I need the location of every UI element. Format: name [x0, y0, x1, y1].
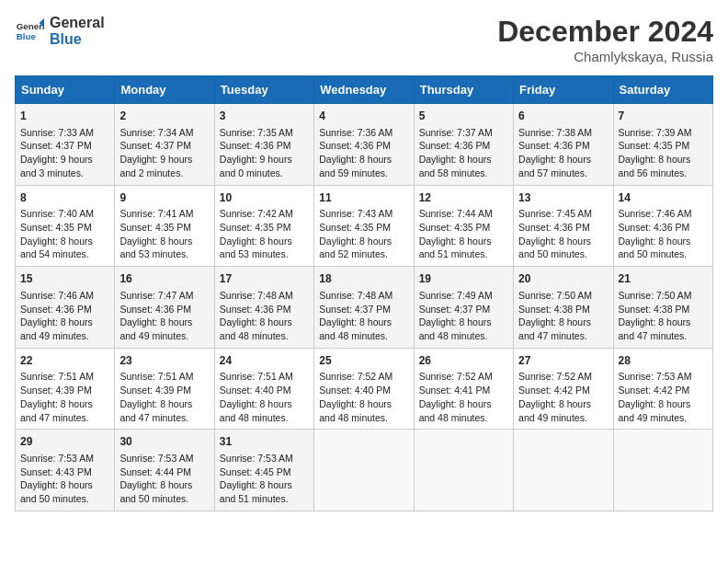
weekday-header: Saturday	[613, 76, 712, 104]
day-number: 6	[518, 109, 608, 124]
calendar-cell: 19Sunrise: 7:49 AMSunset: 4:37 PMDayligh…	[414, 267, 513, 349]
calendar-cell: 24Sunrise: 7:51 AMSunset: 4:40 PMDayligh…	[214, 348, 313, 430]
calendar-cell: 14Sunrise: 7:46 AMSunset: 4:36 PMDayligh…	[613, 185, 712, 267]
day-number: 13	[518, 190, 608, 206]
logo-general: General	[50, 15, 105, 31]
svg-text:Blue: Blue	[17, 30, 37, 40]
day-number: 5	[419, 109, 508, 124]
day-number: 29	[20, 434, 109, 450]
day-info: Sunrise: 7:45 AMSunset: 4:36 PMDaylight:…	[518, 207, 608, 261]
day-info: Sunrise: 7:41 AMSunset: 4:35 PMDaylight:…	[119, 207, 209, 261]
calendar-week-row: 15Sunrise: 7:46 AMSunset: 4:36 PMDayligh…	[16, 267, 713, 349]
day-number: 14	[619, 190, 708, 206]
day-number: 24	[220, 353, 309, 369]
day-number: 1	[20, 109, 109, 124]
day-number: 12	[419, 190, 508, 206]
day-info: Sunrise: 7:43 AMSunset: 4:35 PMDaylight:…	[319, 207, 408, 261]
day-number: 20	[518, 271, 608, 287]
day-info: Sunrise: 7:35 AMSunset: 4:36 PMDaylight:…	[220, 126, 309, 180]
calendar-cell: 25Sunrise: 7:52 AMSunset: 4:40 PMDayligh…	[314, 348, 414, 430]
calendar-cell: 8Sunrise: 7:40 AMSunset: 4:35 PMDaylight…	[16, 185, 115, 267]
calendar-cell: 4Sunrise: 7:36 AMSunset: 4:36 PMDaylight…	[314, 104, 414, 186]
calendar-cell: 17Sunrise: 7:48 AMSunset: 4:36 PMDayligh…	[214, 267, 313, 349]
day-number: 2	[119, 109, 209, 124]
calendar-week-row: 8Sunrise: 7:40 AMSunset: 4:35 PMDaylight…	[16, 185, 713, 267]
weekday-header: Sunday	[16, 76, 115, 104]
calendar-week-row: 22Sunrise: 7:51 AMSunset: 4:39 PMDayligh…	[16, 348, 713, 430]
day-info: Sunrise: 7:42 AMSunset: 4:35 PMDaylight:…	[220, 207, 309, 261]
calendar-cell: 1Sunrise: 7:33 AMSunset: 4:37 PMDaylight…	[16, 104, 115, 186]
calendar-cell: 16Sunrise: 7:47 AMSunset: 4:36 PMDayligh…	[115, 267, 214, 349]
weekday-header: Wednesday	[314, 76, 414, 104]
day-number: 25	[319, 353, 408, 369]
day-info: Sunrise: 7:52 AMSunset: 4:40 PMDaylight:…	[319, 370, 408, 424]
day-info: Sunrise: 7:33 AMSunset: 4:37 PMDaylight:…	[20, 126, 109, 180]
calendar-cell: 20Sunrise: 7:50 AMSunset: 4:38 PMDayligh…	[514, 267, 613, 349]
calendar-table: SundayMondayTuesdayWednesdayThursdayFrid…	[15, 75, 713, 511]
day-number: 22	[20, 353, 109, 369]
day-info: Sunrise: 7:51 AMSunset: 4:39 PMDaylight:…	[119, 370, 209, 424]
weekday-header: Tuesday	[214, 76, 313, 104]
calendar-cell: 7Sunrise: 7:39 AMSunset: 4:35 PMDaylight…	[613, 104, 712, 186]
calendar-cell: 28Sunrise: 7:53 AMSunset: 4:42 PMDayligh…	[613, 348, 712, 430]
day-info: Sunrise: 7:44 AMSunset: 4:35 PMDaylight:…	[419, 207, 508, 261]
day-number: 21	[619, 271, 708, 287]
day-info: Sunrise: 7:53 AMSunset: 4:44 PMDaylight:…	[119, 452, 209, 506]
calendar-cell: 23Sunrise: 7:51 AMSunset: 4:39 PMDayligh…	[115, 348, 214, 430]
day-number: 16	[119, 271, 209, 287]
calendar-cell	[414, 430, 513, 511]
calendar-cell: 31Sunrise: 7:53 AMSunset: 4:45 PMDayligh…	[214, 430, 313, 511]
day-info: Sunrise: 7:34 AMSunset: 4:37 PMDaylight:…	[119, 126, 209, 180]
day-info: Sunrise: 7:46 AMSunset: 4:36 PMDaylight:…	[619, 207, 708, 261]
calendar-cell: 29Sunrise: 7:53 AMSunset: 4:43 PMDayligh…	[16, 430, 115, 511]
day-number: 15	[20, 271, 109, 287]
day-number: 18	[319, 271, 408, 287]
day-info: Sunrise: 7:48 AMSunset: 4:36 PMDaylight:…	[220, 289, 309, 343]
day-info: Sunrise: 7:36 AMSunset: 4:36 PMDaylight:…	[319, 126, 408, 180]
day-number: 23	[119, 353, 209, 369]
day-number: 4	[319, 109, 408, 124]
day-info: Sunrise: 7:51 AMSunset: 4:39 PMDaylight:…	[20, 370, 109, 424]
day-number: 27	[518, 353, 608, 369]
day-number: 19	[419, 271, 508, 287]
calendar-cell	[514, 430, 613, 511]
day-info: Sunrise: 7:48 AMSunset: 4:37 PMDaylight:…	[319, 289, 408, 343]
day-info: Sunrise: 7:40 AMSunset: 4:35 PMDaylight:…	[20, 207, 109, 261]
day-number: 3	[220, 109, 309, 124]
month-title: December 2024	[497, 15, 713, 49]
calendar-cell: 3Sunrise: 7:35 AMSunset: 4:36 PMDaylight…	[214, 104, 313, 186]
calendar-cell: 27Sunrise: 7:52 AMSunset: 4:42 PMDayligh…	[514, 348, 613, 430]
logo-icon: General Blue	[15, 17, 44, 46]
day-info: Sunrise: 7:39 AMSunset: 4:35 PMDaylight:…	[619, 126, 708, 180]
calendar-cell: 15Sunrise: 7:46 AMSunset: 4:36 PMDayligh…	[16, 267, 115, 349]
day-number: 30	[119, 434, 209, 450]
day-info: Sunrise: 7:53 AMSunset: 4:42 PMDaylight:…	[619, 370, 708, 424]
calendar-cell: 2Sunrise: 7:34 AMSunset: 4:37 PMDaylight…	[115, 104, 214, 186]
calendar-cell: 12Sunrise: 7:44 AMSunset: 4:35 PMDayligh…	[414, 185, 513, 267]
calendar-week-row: 1Sunrise: 7:33 AMSunset: 4:37 PMDaylight…	[16, 104, 713, 186]
day-info: Sunrise: 7:38 AMSunset: 4:36 PMDaylight:…	[518, 126, 608, 180]
calendar-cell: 10Sunrise: 7:42 AMSunset: 4:35 PMDayligh…	[214, 185, 313, 267]
calendar-cell: 9Sunrise: 7:41 AMSunset: 4:35 PMDaylight…	[115, 185, 214, 267]
calendar-cell	[314, 430, 414, 511]
calendar-cell: 11Sunrise: 7:43 AMSunset: 4:35 PMDayligh…	[314, 185, 414, 267]
page-header: General Blue General Blue December 2024 …	[15, 15, 713, 64]
day-number: 26	[419, 353, 508, 369]
calendar-cell: 30Sunrise: 7:53 AMSunset: 4:44 PMDayligh…	[115, 430, 214, 511]
day-info: Sunrise: 7:52 AMSunset: 4:41 PMDaylight:…	[419, 370, 508, 424]
calendar-cell: 13Sunrise: 7:45 AMSunset: 4:36 PMDayligh…	[514, 185, 613, 267]
day-number: 8	[20, 190, 109, 206]
location: Chamlykskaya, Russia	[497, 49, 713, 64]
calendar-cell: 18Sunrise: 7:48 AMSunset: 4:37 PMDayligh…	[314, 267, 414, 349]
title-block: December 2024 Chamlykskaya, Russia	[497, 15, 713, 64]
day-number: 10	[220, 190, 309, 206]
weekday-header: Friday	[514, 76, 613, 104]
calendar-cell: 21Sunrise: 7:50 AMSunset: 4:38 PMDayligh…	[613, 267, 712, 349]
day-info: Sunrise: 7:50 AMSunset: 4:38 PMDaylight:…	[619, 289, 708, 343]
day-number: 7	[619, 109, 708, 124]
calendar-cell	[613, 430, 712, 511]
day-number: 17	[220, 271, 309, 287]
calendar-cell: 26Sunrise: 7:52 AMSunset: 4:41 PMDayligh…	[414, 348, 513, 430]
weekday-header: Thursday	[414, 76, 513, 104]
day-info: Sunrise: 7:49 AMSunset: 4:37 PMDaylight:…	[419, 289, 508, 343]
